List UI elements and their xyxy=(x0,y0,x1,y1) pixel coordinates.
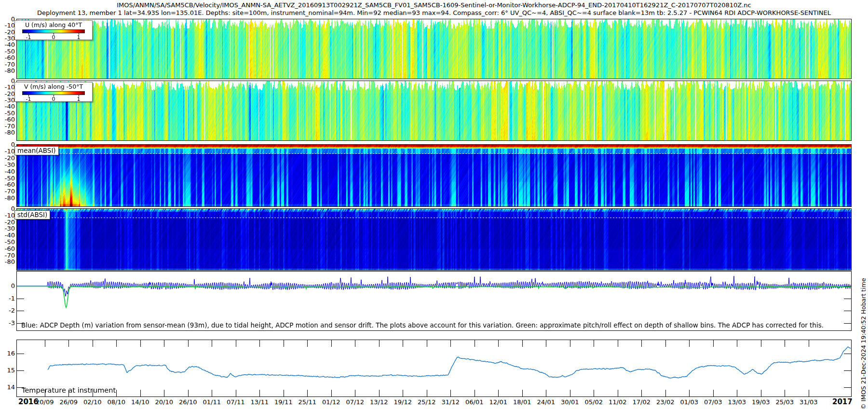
x-tick-label: 13/12 xyxy=(370,398,388,406)
x-tick-label: 06/01 xyxy=(465,398,483,406)
x-tick-label: 25/03 xyxy=(775,398,793,406)
x-tick-label: 02/10 xyxy=(83,398,101,406)
y-tick-label: -10 xyxy=(0,212,15,219)
colorbar-tick-label: -1 xyxy=(26,34,31,41)
x-tick-label: 12/01 xyxy=(489,398,507,406)
x-tick-label: 14/10 xyxy=(131,398,149,406)
y-tick-label: -80 xyxy=(0,195,15,202)
u-legend-title: U (m/s) along 40°T xyxy=(15,21,92,28)
x-tick-label: 18/01 xyxy=(513,398,531,406)
x-tick-label: 08/10 xyxy=(108,398,125,406)
x-tick-label: 01/03 xyxy=(680,398,698,406)
x-tick-label: 11/02 xyxy=(609,398,626,406)
figure-subtitle: Deployment 13, member 1 lat=34.93S lon=1… xyxy=(0,9,868,16)
y-tick-label: -1 xyxy=(0,295,15,302)
x-tick-label: 19/12 xyxy=(394,398,412,406)
panel-std-absi: std(ABSI) xyxy=(16,208,852,271)
x-tick-label: 13/03 xyxy=(728,398,746,406)
x-tick-label: 23/02 xyxy=(656,398,674,406)
y-tick-label: -40 xyxy=(0,168,15,175)
y-tick-label: -20 xyxy=(0,155,15,162)
y-tick-label: 0 xyxy=(0,283,15,289)
y-tick-label: -80 xyxy=(0,129,15,136)
figure-title: IMOS/ANMN/SA/SAM5CB/Velocity/IMOS_ANMN-S… xyxy=(0,1,868,9)
x-tick-label: 05/02 xyxy=(584,398,602,406)
v-colorbar-legend: V (m/s) along -50°T -101 xyxy=(14,82,93,102)
temperature-label: Temperature at instrument xyxy=(22,386,116,394)
u-colorbar xyxy=(22,29,85,33)
panel-u-velocity: U (m/s) along 40°T -101 xyxy=(16,19,852,79)
temperature-plot xyxy=(17,340,851,396)
x-axis-year-right: 2017 xyxy=(832,397,853,406)
y-tick-label: -10 xyxy=(0,148,15,155)
y-tick-label: -3 xyxy=(0,320,15,327)
x-tick-label: 07/03 xyxy=(704,398,722,406)
v-colorbar-tick-labels: -101 xyxy=(22,95,85,102)
x-tick-label: 26/10 xyxy=(179,398,197,406)
y-tick-label: -60 xyxy=(0,181,15,188)
panel-temperature: Temperature at instrument xyxy=(16,340,852,397)
y-tick-label: -30 xyxy=(0,162,15,168)
y-tick-label: -80 xyxy=(0,259,15,265)
x-tick-label: 01/11 xyxy=(203,398,221,406)
x-tick-label: 31/12 xyxy=(442,398,460,406)
std-absi-label: std(ABSI) xyxy=(14,210,50,219)
v-legend-title: V (m/s) along -50°T xyxy=(15,83,92,90)
u-colorbar-tick-labels: -101 xyxy=(22,33,85,40)
y-tick-label: 16 xyxy=(0,350,15,357)
x-tick-label: 07/12 xyxy=(346,398,364,406)
x-axis-year-left: 2016 xyxy=(18,397,39,406)
figure-root: IMOS/ANMN/SA/SAM5CB/Velocity/IMOS_ANMN-S… xyxy=(0,0,868,410)
x-tick-label: 07/11 xyxy=(227,398,244,406)
depth-variation-note: Blue: ADCP Depth (m) variation from sens… xyxy=(21,321,824,329)
y-tick-label: 0 xyxy=(0,141,15,148)
copyright-stamp: © IMOS 21-Dec-2024 19:40:52 Hobart time xyxy=(860,220,867,410)
x-tick-label: 13/11 xyxy=(251,398,269,406)
y-tick-label: -80 xyxy=(0,68,15,74)
y-tick-label: -70 xyxy=(0,188,15,195)
y-tick-label: -50 xyxy=(0,239,15,246)
y-tick-label: 15 xyxy=(0,367,15,374)
panel-v-velocity: V (m/s) along -50°T -101 xyxy=(16,81,852,141)
y-tick-label: -60 xyxy=(0,246,15,252)
y-tick-label: 14 xyxy=(0,384,15,391)
panel-depth-variation: Blue: ADCP Depth (m) variation from sens… xyxy=(16,271,852,331)
x-tick-label: 31/03 xyxy=(800,398,817,406)
u-colorbar-legend: U (m/s) along 40°T -101 xyxy=(14,20,93,40)
panel-mean-absi: mean(ABSI) xyxy=(16,144,852,207)
x-tick-label: 26/09 xyxy=(60,398,78,406)
colorbar-tick-label: -1 xyxy=(26,96,31,102)
colorbar-tick-label: 1 xyxy=(77,96,81,102)
colorbar-tick-label: 0 xyxy=(52,96,55,102)
x-tick-label: 24/01 xyxy=(537,398,555,406)
x-tick-label: 19/11 xyxy=(274,398,292,406)
x-tick-label: 17/02 xyxy=(632,398,650,406)
v-velocity-heatmap xyxy=(17,81,851,140)
y-tick-label: -2 xyxy=(0,307,15,314)
x-tick-label: 25/11 xyxy=(298,398,316,406)
colorbar-tick-label: 1 xyxy=(77,34,81,41)
x-tick-label: 25/12 xyxy=(418,398,435,406)
colorbar-tick-label: 0 xyxy=(52,34,55,41)
v-colorbar xyxy=(22,91,85,95)
std-absi-heatmap xyxy=(17,209,851,270)
x-tick-label: 30/01 xyxy=(561,398,579,406)
u-velocity-heatmap xyxy=(17,19,851,79)
y-tick-label: 0 xyxy=(0,205,15,212)
mean-absi-heatmap xyxy=(17,145,851,206)
x-tick-label: 01/12 xyxy=(322,398,340,406)
y-tick-label: -50 xyxy=(0,175,15,182)
x-tick-label: 19/03 xyxy=(752,398,770,406)
x-tick-label: 20/10 xyxy=(155,398,173,406)
mean-absi-label: mean(ABSI) xyxy=(14,146,59,155)
